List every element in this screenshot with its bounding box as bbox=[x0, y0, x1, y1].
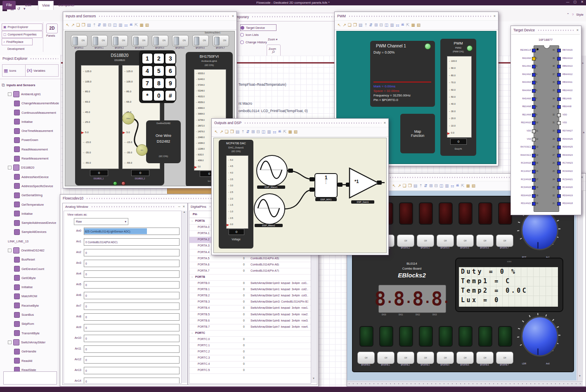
check-icon-lists[interactable]: Icon Lists bbox=[240, 32, 276, 38]
tree-item[interactable]: ReadAll bbox=[1, 356, 61, 365]
knob-body[interactable] bbox=[521, 210, 558, 250]
pin-pad-right[interactable] bbox=[557, 154, 561, 157]
close-button[interactable]: ✕ bbox=[581, 0, 584, 4]
digital-row[interactable]: PORTB.70SwitchArraySlider1pin7: keypad_3… bbox=[189, 324, 311, 331]
pin-pad-right[interactable] bbox=[557, 186, 561, 190]
toolbar-icon-6[interactable]: ⇵ bbox=[424, 183, 428, 188]
panel-switch[interactable]: ON bbox=[111, 35, 128, 47]
toolbar-icon-9[interactable]: ◫ bbox=[440, 183, 443, 188]
digital-row[interactable]: PORTA.60ComboBL0114(Pin A6) bbox=[189, 262, 311, 268]
pin-pad-left[interactable] bbox=[532, 162, 536, 165]
view-mode-dropdown[interactable]: Raw ▾ bbox=[74, 218, 128, 225]
analog-row-value[interactable]: 0 bbox=[84, 292, 180, 299]
tree-item[interactable]: -SwitchArraySlider bbox=[1, 338, 61, 347]
pin-pad-left[interactable] bbox=[532, 194, 536, 198]
digital-row[interactable]: PORTB.00SwitchArraySlider1pin0: keypad_3… bbox=[189, 281, 311, 287]
project-explorer-button[interactable]: ▣ Project Explorer bbox=[2, 23, 43, 31]
pin-pad-left[interactable] bbox=[532, 81, 536, 85]
style-button[interactable]: Style bbox=[576, 13, 584, 16]
ldr-knob[interactable] bbox=[516, 312, 561, 358]
pin-pad-right[interactable] bbox=[557, 146, 561, 149]
pin-pad-left[interactable] bbox=[532, 73, 536, 77]
digital-row[interactable]: PORTA.50ComboBL0114(Pin A5) bbox=[189, 256, 311, 262]
tree-item[interactable]: MatchROM bbox=[1, 292, 61, 301]
keypad-key-4[interactable]: 4 bbox=[142, 65, 153, 77]
pin-pad-right[interactable] bbox=[557, 129, 561, 133]
digital-row[interactable]: PORTC.20 bbox=[189, 349, 311, 355]
analog-row-value[interactable]: 0 bbox=[84, 367, 180, 374]
toolbar-icon-2[interactable]: ❏ bbox=[403, 183, 406, 188]
analog-row-value[interactable]: 0 bbox=[84, 303, 180, 310]
dsp-wave1[interactable] bbox=[256, 155, 288, 186]
maximize-button[interactable]: ▢ bbox=[574, 0, 577, 4]
digital-row[interactable]: PORTC.30 bbox=[189, 355, 311, 361]
analog-row-value[interactable]: 0 bbox=[84, 270, 180, 278]
digital-row[interactable]: PORTB.10SwitchArraySlider1pin1: keypad_3… bbox=[189, 287, 311, 293]
digital-row[interactable]: PORTC.40 bbox=[189, 361, 311, 368]
tree-item[interactable]: ResetMeasurement bbox=[1, 154, 61, 163]
toolbar-icon-6[interactable]: ⇵ bbox=[98, 23, 101, 28]
analog-row-value[interactable]: 0 bbox=[84, 335, 180, 342]
analog-row-value[interactable]: 825 ComboBL0114(LightSensor ADC) bbox=[84, 228, 180, 235]
toolbar-icon-1[interactable]: ↗ bbox=[343, 23, 346, 28]
toolbar-icon-10[interactable]: ▥ bbox=[267, 129, 271, 134]
toolbar-icon-0[interactable]: ↖ bbox=[392, 183, 396, 188]
tree-item[interactable]: -OneWireDS2482 bbox=[1, 246, 61, 255]
board-switch[interactable]: Off bbox=[377, 352, 395, 364]
pin-pad-left[interactable] bbox=[532, 138, 536, 141]
pin-pad-left[interactable] bbox=[532, 129, 536, 133]
toolbar-icon-1[interactable]: ↗ bbox=[71, 23, 74, 28]
toolbar-icon-9[interactable]: ◫ bbox=[262, 129, 265, 134]
pin-pad-right[interactable] bbox=[557, 89, 561, 93]
toolbar-icon-4[interactable]: ▤ bbox=[236, 129, 239, 134]
toolbar-icon-11[interactable]: ⚏ bbox=[396, 23, 399, 28]
tree-item[interactable]: -DS18B20 bbox=[1, 163, 61, 172]
tree-item[interactable]: SkipRom bbox=[1, 319, 61, 329]
close-icon[interactable]: × bbox=[183, 204, 185, 209]
toolbar-icon-0[interactable]: ↖ bbox=[338, 23, 341, 28]
toolbar-icon-5[interactable]: ⇡ bbox=[92, 23, 96, 28]
undo-icon[interactable]: ↺ bbox=[17, 7, 21, 11]
toolbar-icon-12[interactable]: ≝ bbox=[456, 183, 459, 188]
tree-item[interactable]: GetSerialString bbox=[1, 191, 61, 200]
analog-row-value[interactable]: 0 bbox=[84, 378, 180, 384]
tree-item[interactable]: AddressSpecificDevice bbox=[1, 181, 61, 190]
toolbar-icon-3[interactable]: ❐ bbox=[353, 23, 357, 28]
toolbar-icon-4[interactable]: ▤ bbox=[87, 23, 91, 28]
pin-pad-left[interactable] bbox=[532, 178, 536, 182]
board-vertical-scrollbar[interactable]: ▼ bbox=[577, 191, 583, 380]
find-replace-button[interactable]: ⌕ Find/Replace bbox=[2, 38, 33, 45]
board-switch[interactable]: Off bbox=[456, 352, 474, 364]
toolbar-icon-1[interactable]: ↗ bbox=[397, 183, 401, 188]
help-icon[interactable]: ? bbox=[572, 13, 574, 16]
toolbar-icon-4[interactable]: ▤ bbox=[414, 183, 417, 188]
tab-components[interactable]: Components bbox=[54, 1, 74, 9]
toolbar-icon-12[interactable]: ≝ bbox=[130, 23, 133, 28]
analog-row-value[interactable]: 0 bbox=[84, 356, 180, 364]
digital-row[interactable]: PORTB.40SwitchArraySlider1pin4: keypad_3… bbox=[189, 305, 311, 312]
keypad-key-6[interactable]: 6 bbox=[165, 65, 176, 77]
toolbar-icon-13[interactable]: ⇱ bbox=[461, 183, 464, 188]
board-switch[interactable]: Off bbox=[397, 235, 414, 247]
flowchart-loop-icon[interactable] bbox=[167, 188, 214, 194]
pin-pad-left[interactable] bbox=[532, 186, 536, 190]
toolbar-icon-13[interactable]: ⇱ bbox=[406, 23, 409, 28]
i2c-connector[interactable]: I2C bbox=[136, 144, 148, 156]
toolbar-icon-15[interactable]: ▧ bbox=[145, 23, 149, 28]
analog-row-value[interactable]: 0 bbox=[84, 345, 180, 353]
tree-item[interactable]: ⧉Inputs and Sensors bbox=[1, 80, 61, 89]
tree-item[interactable]: OneTimeMeasurement bbox=[1, 126, 61, 135]
pin-pad-right[interactable] bbox=[557, 105, 561, 109]
close-icon[interactable]: × bbox=[384, 121, 386, 125]
keypad-key-3[interactable]: 3 bbox=[165, 53, 176, 64]
toolbar-icon-8[interactable]: ⊟ bbox=[434, 183, 437, 188]
digital-row[interactable]: PORTB.30SwitchArraySlider1pin3: ComboBL0… bbox=[189, 299, 311, 305]
toolbar-icon-6[interactable]: ⇵ bbox=[246, 129, 250, 134]
toolbar-icon-15[interactable]: ▧ bbox=[472, 183, 475, 188]
minimize-icon[interactable]: – bbox=[178, 204, 180, 209]
dsp-mixer[interactable]: 1⋮ bbox=[314, 173, 338, 198]
onewire-connector[interactable]: 1Wire bbox=[122, 112, 135, 124]
toolbar-icon-12[interactable]: ≝ bbox=[401, 23, 404, 28]
keypad-key-2[interactable]: 2 bbox=[153, 53, 165, 64]
panel-switch[interactable]: ON bbox=[152, 35, 168, 47]
